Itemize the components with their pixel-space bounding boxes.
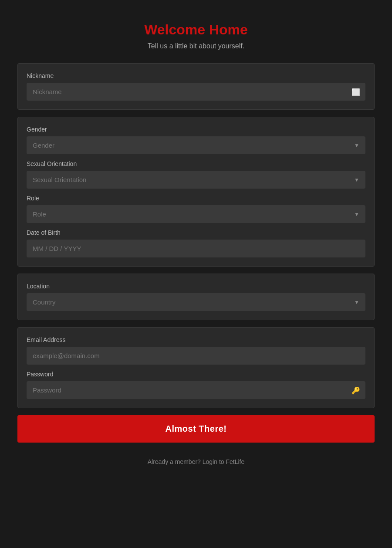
role-field-group: Role Role Dominant Submissive Switch Oth… [27, 195, 365, 223]
orientation-select[interactable]: Sexual Orientation Straight Gay Lesbian … [27, 171, 365, 189]
gender-label: Gender [27, 126, 365, 133]
nickname-input-wrapper: ⬜ [27, 83, 365, 101]
login-link[interactable]: Already a member? Login to FetLife [17, 458, 375, 465]
email-label: Email Address [27, 336, 365, 343]
password-input-wrapper: 🔑 [27, 381, 365, 399]
role-select[interactable]: Role Dominant Submissive Switch Other [27, 205, 365, 223]
location-section: Location Country United States United Ki… [17, 274, 375, 320]
submit-button[interactable]: Almost There! [17, 415, 375, 443]
email-field-group: Email Address [27, 336, 365, 365]
personal-section: Gender Gender Male Female Non-binary Oth… [17, 117, 375, 267]
nickname-section: Nickname ⬜ [17, 63, 375, 110]
password-input[interactable] [27, 381, 365, 399]
country-select[interactable]: Country United States United Kingdom Can… [27, 293, 365, 311]
gender-field-group: Gender Gender Male Female Non-binary Oth… [27, 126, 365, 154]
gender-select-wrapper: Gender Male Female Non-binary Other [27, 136, 365, 154]
nickname-label: Nickname [27, 72, 365, 79]
orientation-select-wrapper: Sexual Orientation Straight Gay Lesbian … [27, 171, 365, 189]
password-label: Password [27, 371, 365, 378]
orientation-field-group: Sexual Orientation Sexual Orientation St… [27, 160, 365, 189]
country-select-wrapper: Country United States United Kingdom Can… [27, 293, 365, 311]
role-select-wrapper: Role Dominant Submissive Switch Other [27, 205, 365, 223]
role-label: Role [27, 195, 365, 202]
page-title: Welcome Home [17, 22, 375, 38]
location-field-group: Location Country United States United Ki… [27, 283, 365, 311]
dob-input[interactable] [27, 240, 365, 257]
email-input[interactable] [27, 347, 365, 365]
orientation-label: Sexual Orientation [27, 160, 365, 167]
dob-label: Date of Birth [27, 229, 365, 236]
dob-field-group: Date of Birth [27, 229, 365, 257]
nickname-input[interactable] [27, 83, 365, 101]
password-field-group: Password 🔑 [27, 371, 365, 399]
gender-select[interactable]: Gender Male Female Non-binary Other [27, 136, 365, 154]
page-subtitle: Tell us a little bit about yourself. [17, 42, 375, 50]
location-label: Location [27, 283, 365, 290]
credentials-section: Email Address Password 🔑 [17, 327, 375, 408]
page-container: Welcome Home Tell us a little bit about … [9, 9, 383, 483]
nickname-field-group: Nickname ⬜ [27, 72, 365, 101]
